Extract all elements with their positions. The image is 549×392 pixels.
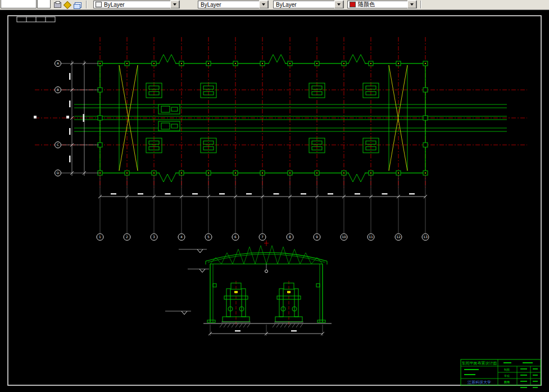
organization-name: 江苏科技大学 <box>468 380 491 385</box>
col-grid-bubble-label: 1 <box>99 235 101 239</box>
plotstyle-combo-value: 随颜色 <box>358 1 375 8</box>
cropped-combo-left[interactable] <box>1 0 37 8</box>
color-swatch <box>96 2 102 7</box>
title-block-field-label: 审核 <box>504 374 510 377</box>
title-block-field-label: 制图 <box>504 368 510 372</box>
col-grid-bubble-label: 13 <box>423 235 428 239</box>
make-layer-current-icon[interactable] <box>63 1 72 9</box>
drawing-canvas[interactable]: ABCD12345678910111213制图审核比例图号车间平面布置设计图江苏… <box>0 0 549 392</box>
col-grid-bubble-label: 9 <box>316 235 318 239</box>
col-grid-bubble-label: 7 <box>261 235 264 239</box>
plotstyle-swatch <box>350 2 356 7</box>
col-grid-bubble-label: 4 <box>180 235 183 239</box>
lineweight-combo-value: ByLayer <box>276 2 297 8</box>
plan-view: ABCD12345678910111213 <box>34 37 527 240</box>
linetype-combo-dropdown-button[interactable] <box>259 1 268 8</box>
chevron-down-icon <box>173 3 176 6</box>
title-block-field-label: 图号 <box>504 380 510 384</box>
lineweight-combo-dropdown-button[interactable] <box>334 1 343 8</box>
col-grid-bubble-label: 5 <box>207 235 210 239</box>
chevron-down-icon <box>262 3 265 6</box>
cad-application-window: ByLayer ByLayer ByLayer 随颜色 ABCD12345678… <box>0 0 549 392</box>
col-grid-bubble-label: 3 <box>153 235 155 239</box>
printer-icon[interactable] <box>53 1 62 9</box>
toolbar-separator <box>86 1 87 8</box>
toolbar-separator <box>420 1 421 8</box>
printer-glyph <box>54 2 61 8</box>
sheet-border <box>8 16 541 385</box>
layers-icon[interactable] <box>74 1 83 9</box>
plotstyle-combo-dropdown-button[interactable] <box>407 1 416 8</box>
row-grid-bubble-label: C <box>57 143 59 147</box>
lineweight-combo[interactable]: ByLayer <box>273 1 344 8</box>
color-combo-value: ByLayer <box>104 2 125 8</box>
col-grid-bubble-label: 2 <box>126 235 128 239</box>
color-combo[interactable]: ByLayer <box>93 1 180 8</box>
col-grid-bubble-label: 11 <box>369 235 373 239</box>
col-grid-bubble-label: 10 <box>342 235 346 239</box>
diamond-glyph <box>63 1 71 8</box>
col-grid-bubble-label: 6 <box>234 235 237 239</box>
col-grid-bubble-label: 12 <box>396 235 401 239</box>
cropped-button[interactable] <box>37 0 51 8</box>
section-view <box>165 240 332 336</box>
chevron-down-icon <box>337 3 341 6</box>
col-grid-bubble-label: 8 <box>289 235 291 239</box>
row-grid-bubble-label: D <box>57 171 60 175</box>
object-properties-toolbar: ByLayer ByLayer ByLayer 随颜色 <box>0 0 549 10</box>
layers-glyph <box>75 2 81 8</box>
color-combo-dropdown-button[interactable] <box>170 1 179 8</box>
title-block: 制图审核比例图号车间平面布置设计图江苏科技大学 <box>461 359 541 388</box>
row-grid-bubble-label: B <box>57 88 59 92</box>
linetype-combo-value: ByLayer <box>201 2 221 8</box>
chevron-down-icon <box>410 3 414 6</box>
drawing-title: 车间平面布置设计图 <box>462 361 497 366</box>
plotstyle-combo[interactable]: 随颜色 <box>347 1 417 8</box>
linetype-combo[interactable]: ByLayer <box>198 1 269 8</box>
